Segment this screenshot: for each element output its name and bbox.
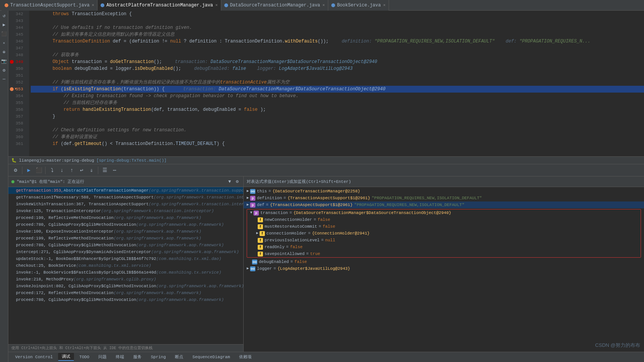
resume-btn[interactable]: ▶	[25, 166, 33, 175]
step-over-btn[interactable]: ⤵	[48, 166, 56, 175]
run-to-cursor-btn[interactable]: ↩	[77, 166, 86, 175]
var-connectionHolder[interactable]: ▶ f connectionHolder = {ConnectionHolder…	[247, 230, 641, 237]
transaction-expanded-box: ▼ p transaction = {DataSourceTransaction…	[247, 209, 641, 258]
frame-item-11[interactable]: checkout:25, BookService (com.mashibing.…	[8, 262, 243, 269]
var-list: ▶ oo this = {DataSourceTransactionManage…	[244, 187, 644, 352]
tab-datasource-transaction[interactable]: DataSourceTransactionManager.java ×	[221, 0, 328, 11]
filter-btn[interactable]: ▼	[227, 179, 233, 185]
step-out-btn[interactable]: ↑	[68, 166, 76, 175]
stop-sidebar-icon[interactable]: ⬛	[1, 30, 8, 37]
var-logger[interactable]: ▶ oo logger = {LogAdapter$JavaUtilLog@29…	[244, 265, 644, 272]
code-line-345: // 如果没有事务定义信息则使用默认的事务管理器定义信息	[31, 31, 644, 38]
stop-btn[interactable]: ⬛	[35, 166, 43, 175]
ln-346: 346	[8, 38, 26, 45]
frame-item-2[interactable]: invokeWithinTransaction:367, Transaction…	[8, 201, 243, 208]
frame-item-8[interactable]: proceed:780, CglibAopProxy$CglibMethodIn…	[8, 242, 243, 249]
code-line-343	[31, 17, 644, 24]
tab-terminal[interactable]: 终端	[112, 353, 128, 360]
bottom-tabs: Version Control 调试 TODO 问题 终端 服务 Spring …	[8, 352, 644, 362]
var-definition[interactable]: ▶ p definition = {TransactionAspectSuppo…	[244, 195, 644, 201]
add-sidebar-icon[interactable]: ⊕	[1, 49, 8, 55]
code-line-350: boolean debugEnabled = logger.isDebugEna…	[31, 65, 644, 72]
thread-settings-btn[interactable]: ⚙	[234, 179, 240, 185]
frame-item-4[interactable]: proceed:199, ReflectiveMethodInvocation …	[8, 214, 243, 221]
camera-icon[interactable]: 📷	[1, 58, 8, 65]
tab-services[interactable]: 服务	[129, 353, 145, 360]
frame-item-12[interactable]: invoke:-1, BookService$$FastClassBySprin…	[8, 269, 243, 276]
ln-357: 357	[8, 113, 26, 120]
frame-item-13[interactable]: invoke:218, MethodProxy (org.springframe…	[8, 276, 243, 283]
var-def[interactable]: ▶ p def = {TransactionAspectSupport$1@29…	[244, 201, 644, 208]
bottom-split: "main"@1 在组"main": 正在运行 ▼ ⚙ getTransacti…	[8, 176, 644, 352]
code-line-355: // 当前线程已经存在事务	[31, 99, 644, 106]
code-line-353: if (isExistingTransaction(transaction)) …	[31, 86, 644, 93]
code-line-358	[31, 120, 644, 127]
tab-book-service[interactable]: BookService.java ×	[328, 0, 389, 11]
code-lines: 342 343 344 345 346 347 348 349 350 351 …	[8, 11, 644, 156]
frame-item-10[interactable]: updateStock:-1, BookDao$$EnhancerBySprin…	[8, 255, 243, 262]
tab-close-3[interactable]: ×	[323, 3, 325, 8]
debug-project: lianpengju-master:spring-debug	[19, 158, 94, 163]
frame-item-1[interactable]: getTransactionIfNecessary:588, Transacti…	[8, 194, 243, 201]
ln-360: 360	[8, 134, 26, 140]
var-previousIsolationLevel[interactable]: f previousIsolationLevel = null	[247, 237, 641, 244]
tab-icon-blue-4	[331, 3, 335, 7]
gear-sidebar-icon[interactable]: ⚙	[1, 67, 8, 74]
code-line-349: Object transaction = doGetTransaction();…	[31, 58, 644, 65]
var-this[interactable]: ▶ oo this = {DataSourceTransactionManage…	[244, 188, 644, 195]
settings-btn[interactable]: ⚙	[11, 166, 20, 175]
frame-item-5[interactable]: proceed:780, CglibAopProxy$CglibMethodIn…	[8, 221, 243, 228]
rerun-icon[interactable]: ↺	[1, 12, 8, 19]
frame-item-14[interactable]: invokeJoinpoint:802, CglibAopProxy$Cglib…	[8, 283, 243, 290]
frames-panel-header: "main"@1 在组"main": 正在运行 ▼ ⚙	[8, 176, 243, 187]
frames-btn[interactable]: ☰	[101, 166, 109, 175]
frame-item-7[interactable]: proceed:199, ReflectiveMethodInvocation …	[8, 235, 243, 242]
var-newConnectionHolder[interactable]: f newConnectionHolder = false	[247, 216, 641, 223]
ln-359: 359	[8, 127, 26, 134]
resume-sidebar-icon[interactable]: ▶	[1, 21, 8, 28]
var-icon-f-4: f	[258, 238, 263, 243]
tab-debug[interactable]: 调试	[58, 353, 74, 361]
tab-close-2[interactable]: ×	[215, 3, 218, 8]
tab-close-4[interactable]: ×	[383, 3, 386, 8]
tab-transaction-aspect[interactable]: TransactionAspectSupport.java ×	[2, 0, 98, 11]
var-readOnly[interactable]: f readOnly = false	[247, 244, 641, 250]
frame-list[interactable]: getTransaction:353, AbstractPlatformTran…	[8, 187, 243, 344]
code-line-347	[31, 45, 644, 52]
tab-todo[interactable]: TODO	[76, 354, 93, 360]
tab-version-control[interactable]: Version Control	[11, 354, 57, 360]
mute-breakpoints-icon[interactable]: ✕	[1, 39, 8, 46]
toolbar-sep-1	[22, 167, 22, 174]
var-icon-oo-this: oo	[250, 189, 255, 194]
tab-sequence[interactable]: SequenceDiagram	[189, 354, 234, 360]
tab-abstract-platform[interactable]: AbstractPlatformTransactionManager.java …	[98, 0, 221, 11]
frame-item-16[interactable]: proceed:780, CglibAopProxy$CglibMethodIn…	[8, 296, 243, 303]
frame-item-0[interactable]: getTransaction:353, AbstractPlatformTran…	[8, 187, 243, 194]
var-debugEnabled[interactable]: oo debugEnabled = false	[244, 258, 644, 265]
more-btn[interactable]: ⋯	[110, 166, 119, 175]
ln-345: 345	[8, 31, 26, 38]
thread-green-dot	[11, 180, 14, 183]
force-step-btn[interactable]: ⇓	[87, 166, 96, 175]
var-transaction[interactable]: ▼ p transaction = {DataSourceTransaction…	[247, 209, 641, 216]
step-into-btn[interactable]: ↓	[58, 166, 66, 175]
code-editor: 342 343 344 345 346 347 348 349 350 351 …	[8, 11, 644, 156]
frame-item-6[interactable]: invoke:100, ExposeInvocationInterceptor …	[8, 228, 243, 235]
tab-problems[interactable]: 问题	[94, 353, 110, 360]
frame-item-9[interactable]: intercept:271, CglibAopProxy$DynamicAdvi…	[8, 249, 243, 255]
tab-deps[interactable]: 依赖项	[235, 353, 255, 360]
tab-close-1[interactable]: ×	[92, 3, 94, 8]
frame-item-15[interactable]: proceed:172, ReflectiveMethodInvocation …	[8, 290, 243, 296]
tab-breakpoints[interactable]: 断点	[171, 353, 187, 360]
tab-spring[interactable]: Spring	[147, 354, 170, 360]
ln-353: ➤ 353	[8, 86, 26, 93]
tab-icon-orange-1	[5, 3, 8, 7]
content-area: 342 343 344 345 346 347 348 349 350 351 …	[8, 11, 644, 362]
frame-item-3[interactable]: invoke:125, TransactionInterceptor (org.…	[8, 208, 243, 214]
more-sidebar-icon[interactable]: —	[1, 76, 8, 83]
debug-session: [spring-debug:TxTest.main()]	[96, 158, 167, 163]
var-mustRestoreAutoCommit[interactable]: f mustRestoreAutoCommit = false	[247, 223, 641, 230]
tab-label-3: DataSourceTransactionManager.java	[230, 3, 320, 8]
var-savepointAllowed[interactable]: f savepointAllowed = true	[247, 250, 641, 257]
code-line-354: // Existing transaction found -> check p…	[31, 93, 644, 99]
